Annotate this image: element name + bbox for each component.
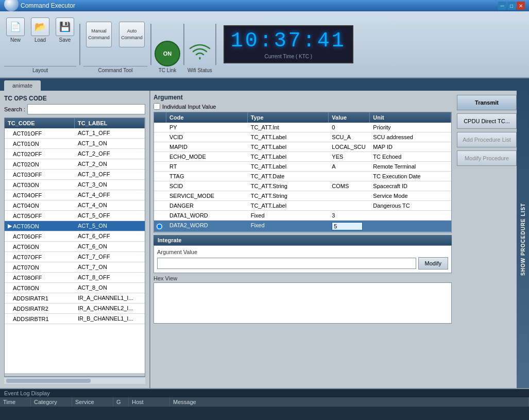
event-log: Event Log Display TimeCategoryServiceGHo… — [0, 388, 529, 420]
arg-type-cell: TC_ATT.Label — [248, 201, 329, 210]
layout-buttons: 📄 New 📂 Load 💾 Save — [4, 13, 76, 65]
arg-type-cell: TC_ATT.Label — [248, 132, 329, 142]
arg-value-input[interactable] — [157, 258, 416, 269]
command-tool-group: ManualCommand AutoCommand Command Tool — [83, 13, 147, 75]
arg-code-cell: RT — [166, 162, 248, 171]
arg-row[interactable]: DATA2_WORD Fixed — [154, 221, 451, 232]
tc-code-cell: ▶ ADDSIRATR2 — [5, 304, 75, 313]
arg-value-section: Argument Value Modify — [153, 245, 452, 273]
argument-title: Argument — [153, 94, 452, 101]
arg-radio-cell — [154, 152, 166, 161]
tc-label-cell: ACT_2_OFF — [75, 149, 145, 159]
tc-code-cell: ▶ ACT04OFF — [5, 190, 75, 200]
manual-command-button[interactable]: ManualCommand — [83, 18, 114, 47]
tc-label-cell: ACT_8_OFF — [75, 273, 145, 282]
tc-code-cell: ▶ ADDSIRATR1 — [5, 293, 75, 303]
hex-view-title: Hex View — [153, 275, 452, 281]
tc-row[interactable]: ▶ ACT07ON ACT_7_ON — [5, 262, 145, 273]
tc-row[interactable]: ▶ ACT08ON ACT_8_ON — [5, 283, 145, 293]
tc-code-cell: ▶ ACT03OFF — [5, 170, 75, 179]
separator-4 — [215, 24, 216, 65]
arg-col-type: Type — [248, 112, 329, 123]
manual-command-icon: ManualCommand — [86, 22, 112, 47]
arg-value-cell — [329, 201, 370, 210]
arg-row[interactable]: MAPID TC_ATT.Label LOCAL_SCU MAP ID — [154, 142, 451, 152]
arg-row[interactable]: RT TC_ATT.Label A Remote Terminal — [154, 162, 451, 172]
arg-row[interactable]: ECHO_MODE TC_ATT.Label YES TC Echoed — [154, 152, 451, 162]
arg-unit-cell — [370, 221, 451, 232]
tc-row[interactable]: ▶ ACT06OFF ACT_6_OFF — [5, 231, 145, 242]
horizontal-scrollbar[interactable] — [4, 377, 145, 384]
arg-col-code: Code — [166, 112, 248, 123]
tc-label-cell: ACT_5_ON — [75, 221, 145, 231]
tc-table-header: TC_CODE TC_LABEL — [5, 118, 145, 128]
auto-command-button[interactable]: AutoCommand — [116, 18, 147, 47]
action-panel: Transmit CPDU Direct TC... Add Procedure… — [455, 91, 517, 388]
tc-row[interactable]: ▶ ADDSIRATR1 IR_A_CHANNEL1_I... — [5, 293, 145, 304]
arg-row[interactable]: DANGER TC_ATT.Label Dangerous TC — [154, 201, 451, 211]
tc-label-cell: ACT_6_ON — [75, 242, 145, 251]
tc-row[interactable]: ▶ ACT05OFF ACT_5_OFF — [5, 211, 145, 221]
load-button[interactable]: 📂 Load — [29, 18, 52, 43]
minimize-button[interactable]: ─ — [498, 2, 506, 10]
tc-table-body: ▶ ACT01OFF ACT_1_OFF ▶ ACT01ON ACT_1_ON … — [5, 128, 145, 373]
tc-row[interactable]: ▶ ACT08OFF ACT_8_OFF — [5, 273, 145, 283]
arg-radio-cell — [154, 172, 166, 181]
tc-row[interactable]: ▶ ACT04ON ACT_4_ON — [5, 200, 145, 211]
tc-row[interactable]: ▶ ACT05ON ACT_5_ON — [5, 221, 145, 231]
arg-value-cell: SCU_A — [329, 132, 370, 142]
right-content: Argument Individual Input Value Code Typ… — [150, 91, 455, 388]
show-procedure-list-tab[interactable]: SHOW PROCEDURE LIST — [517, 91, 529, 388]
tc-link-button[interactable]: ON — [155, 41, 180, 66]
modify-button[interactable]: Modify — [418, 257, 448, 270]
arg-row[interactable]: VCID TC_ATT.Label SCU_A SCU addressed — [154, 132, 451, 142]
tc-code-cell: ▶ ACT08OFF — [5, 273, 75, 282]
tc-row[interactable]: ▶ ACT06ON ACT_6_ON — [5, 242, 145, 252]
tc-row[interactable]: ▶ ADDSIRATR2 IR_A_CHANNEL2_I... — [5, 304, 145, 314]
arg-radio-cell — [154, 211, 166, 220]
tc-row[interactable]: ▶ ACT03OFF ACT_3_OFF — [5, 170, 145, 180]
tc-row[interactable]: ▶ ACT01OFF ACT_1_OFF — [5, 128, 145, 139]
close-button[interactable]: ✕ — [517, 2, 525, 10]
tc-code-cell: ▶ ACT01ON — [5, 139, 75, 148]
add-procedure-list-button[interactable]: Add Procedure List — [457, 132, 517, 147]
tc-code-cell: ▶ ACT04ON — [5, 200, 75, 210]
arg-row[interactable]: TTAG TC_ATT.Date TC Execution Date — [154, 172, 451, 181]
new-button[interactable]: 📄 New — [4, 18, 27, 43]
tc-code-cell: ▶ ACT06OFF — [5, 231, 75, 241]
individual-input-checkbox[interactable] — [153, 103, 160, 110]
tc-row[interactable]: ▶ ACT02ON ACT_2_ON — [5, 159, 145, 170]
tc-row[interactable]: ▶ ACT04OFF ACT_4_OFF — [5, 190, 145, 200]
tc-row[interactable]: ▶ ADDSIRBTR1 IR_B_CHANNEL1_I... — [5, 314, 145, 324]
tc-row[interactable]: ▶ ACT03ON ACT_3_ON — [5, 180, 145, 190]
arg-type-cell: TC_ATT.Label — [248, 142, 329, 152]
maximize-button[interactable]: □ — [507, 2, 516, 10]
tc-row[interactable]: ▶ ACT01ON ACT_1_ON — [5, 139, 145, 149]
arg-row[interactable]: PY TC_ATT.Int 0 Priority — [154, 123, 451, 132]
tc-row[interactable]: ▶ ACT02OFF ACT_2_OFF — [5, 149, 145, 159]
arg-radio[interactable] — [156, 223, 163, 230]
arg-value-edit[interactable] — [332, 222, 363, 230]
transmit-button[interactable]: Transmit — [457, 95, 517, 110]
cpdu-direct-button[interactable]: CPDU Direct TC... — [457, 113, 517, 129]
wifi-icon — [189, 41, 211, 66]
search-row: Search : — [4, 104, 145, 114]
search-input[interactable] — [27, 104, 145, 114]
tc-row[interactable]: ▶ ACT07OFF ACT_7_OFF — [5, 252, 145, 262]
integrate-section: Integrate Argument Value Modify — [153, 235, 452, 273]
hex-view-area — [153, 282, 452, 324]
layout-group: 📄 New 📂 Load 💾 Save Layout — [4, 13, 76, 75]
arg-radio-cell — [154, 191, 166, 200]
current-time-label: Current Time ( KTC ) — [264, 54, 312, 59]
arg-row[interactable]: DATA1_WORD Fixed 3 — [154, 211, 451, 221]
tc-label-cell: IR_B_CHANNEL1_I... — [75, 314, 145, 324]
modify-procedure-button[interactable]: Modify Procedure — [457, 150, 517, 166]
tc-code-cell: ▶ ACT06ON — [5, 242, 75, 251]
arg-radio-cell — [154, 221, 166, 232]
tc-label-cell: ACT_1_ON — [75, 139, 145, 148]
arg-row[interactable]: SCID TC_ATT.String COMS Spacecraft ID — [154, 181, 451, 191]
arg-value-cell: LOCAL_SCU — [329, 142, 370, 152]
animate-tab[interactable]: animate — [4, 80, 41, 91]
save-button[interactable]: 💾 Save — [54, 18, 76, 43]
arg-row[interactable]: SERVICE_MODE TC_ATT.String Service Mode — [154, 191, 451, 201]
